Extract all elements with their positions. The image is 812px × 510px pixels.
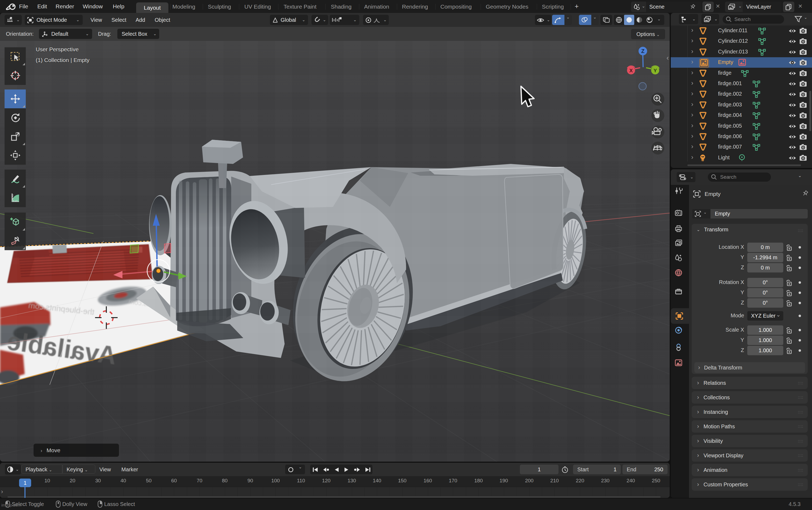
svg-text:X: X	[629, 68, 633, 73]
svg-text:‹: ‹	[666, 54, 669, 62]
svg-text:Z: Z	[641, 48, 644, 54]
svg-text:Y: Y	[654, 68, 657, 73]
